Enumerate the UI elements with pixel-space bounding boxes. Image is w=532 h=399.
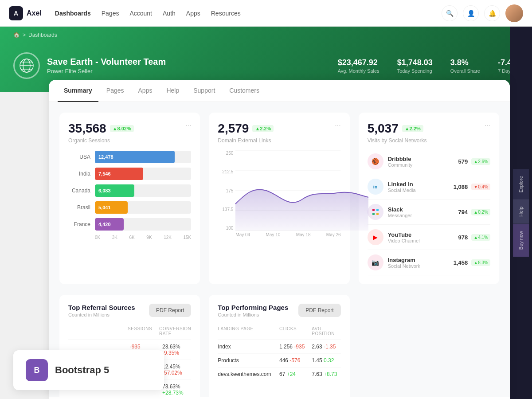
- bar-track-2: 6,083: [95, 184, 191, 197]
- bar-track-3: 5,041: [95, 201, 191, 214]
- line-chart: 250 212.5 175 137.5 100: [218, 151, 340, 239]
- referral-pdf-button[interactable]: PDF Report: [149, 304, 191, 317]
- more-button-1[interactable]: ···: [335, 121, 340, 129]
- youtube-change: ▲4.1%: [471, 234, 490, 241]
- social-item-instagram: 📷 Instagram Social Network 1,458 ▲8.3%: [368, 250, 490, 275]
- metric-social-networks: 5,037 ▲2.2% Visits by Social Networks ··…: [359, 113, 499, 284]
- metric-value-1: 2,579 ▲2.2%: [218, 121, 274, 136]
- hero-stats: $23,467.92 Avg. Monthly Sales $1,748.03 …: [338, 58, 519, 74]
- linkedin-change: ▼0.4%: [471, 184, 490, 190]
- hero-stat-value-2: 3.8%: [450, 58, 480, 67]
- bar-track-0: 12,478: [95, 151, 191, 163]
- referral-title: Top Referral Sources: [68, 304, 135, 311]
- logo[interactable]: A Axel: [9, 6, 42, 20]
- axis-0: 0K: [95, 235, 100, 240]
- tab-pages[interactable]: Pages: [100, 80, 130, 102]
- svg-rect-12: [372, 213, 375, 215]
- breadcrumb-text: Dashboards: [28, 32, 57, 38]
- help-side-button[interactable]: Help: [513, 200, 529, 224]
- performing-row-2: devs.keenthemes.com 67 +24 7.63 +8.73: [218, 368, 340, 381]
- hero-subtitle: Power Elite Seller: [47, 68, 166, 74]
- instagram-change: ▲8.3%: [471, 259, 490, 266]
- referral-subtitle: Counted in Millions: [68, 312, 135, 317]
- more-button-2[interactable]: ···: [485, 121, 490, 129]
- social-item-linkedin: in Linked In Social Media 1,088 ▼0.4%: [368, 174, 490, 200]
- bootstrap-text: Bootstrap 5: [55, 364, 109, 376]
- avatar-img: [505, 4, 523, 22]
- navbar: A Axel Dashboards Pages Account Auth App…: [0, 0, 532, 27]
- hero-stat-value-0: $23,467.92: [338, 58, 379, 67]
- dribbble-icon: 🏀: [368, 153, 383, 169]
- bar-fill-0: 12,478: [95, 151, 175, 163]
- tab-support[interactable]: Support: [187, 80, 221, 102]
- bar-fill-1: 7,546: [95, 168, 143, 180]
- more-button-0[interactable]: ···: [185, 121, 191, 129]
- social-info-instagram: Instagram Social Network: [388, 257, 420, 269]
- bar-country-0: USA: [68, 154, 90, 160]
- social-item-slack: Slack Messanger 794 ▲0.2%: [368, 200, 490, 225]
- hero-stat-0: $23,467.92 Avg. Monthly Sales: [338, 58, 379, 74]
- tab-help[interactable]: Help: [160, 80, 185, 102]
- nav-pages[interactable]: Pages: [102, 10, 119, 17]
- performing-pdf-button[interactable]: PDF Report: [298, 304, 340, 317]
- hero-stat-label-2: Overall Share: [450, 68, 480, 74]
- nav-dashboards[interactable]: Dashboards: [55, 10, 91, 17]
- slack-change: ▲0.2%: [471, 209, 490, 215]
- logo-text: Axel: [27, 9, 42, 17]
- bar-row-usa: USA 12,478: [68, 151, 191, 163]
- svg-rect-10: [372, 209, 375, 211]
- line-chart-svg: [235, 151, 340, 231]
- instagram-icon: 📷: [368, 254, 383, 270]
- bar-track-1: 7,546: [95, 168, 191, 180]
- avatar[interactable]: [505, 4, 523, 22]
- nav-auth[interactable]: Auth: [163, 10, 176, 17]
- bar-country-2: Canada: [68, 188, 90, 194]
- bar-country-4: France: [68, 221, 90, 227]
- nav-links: Dashboards Pages Account Auth Apps Resou…: [55, 10, 442, 17]
- bar-country-1: India: [68, 171, 90, 177]
- social-info-youtube: YouTube Video Channel: [388, 231, 420, 243]
- metric-value-0: 35,568 ▲8.02%: [68, 121, 134, 136]
- nav-apps[interactable]: Apps: [186, 10, 200, 17]
- explore-button[interactable]: Explore: [513, 169, 529, 200]
- nav-resources[interactable]: Resources: [211, 10, 241, 17]
- metric-badge-2: ▲2.2%: [402, 125, 423, 132]
- axis-5: 15K: [183, 235, 191, 240]
- linkedin-icon: in: [368, 179, 383, 195]
- tab-customers[interactable]: Customers: [223, 80, 266, 102]
- metric-badge-0: ▲8.02%: [110, 125, 134, 132]
- metrics-row: 35,568 ▲8.02% Organic Sessions ··· USA 1…: [59, 113, 499, 284]
- logo-icon: A: [9, 6, 23, 20]
- hero-title: Save Earth - Volunteer Team: [47, 57, 166, 67]
- search-button[interactable]: 🔍: [442, 5, 458, 21]
- svg-rect-11: [376, 209, 379, 211]
- buy-now-button[interactable]: Buy now: [513, 224, 529, 257]
- axis-4: 12K: [164, 235, 172, 240]
- performing-subtitle: Counted in Millions: [218, 312, 288, 317]
- hero-stat-2: 3.8% Overall Share: [450, 58, 480, 74]
- metric-label-1: Domain External Links: [218, 137, 274, 144]
- breadcrumb-sep: >: [23, 32, 26, 38]
- tab-summary[interactable]: Summary: [58, 80, 98, 102]
- axis-1: 3K: [112, 235, 117, 240]
- bar-row-brasil: Brasil 5,041: [68, 201, 191, 214]
- performing-row-0: Index 1,256 -935 2.63 -1.35: [218, 340, 340, 354]
- bar-track-4: 4,420: [95, 218, 191, 231]
- tab-apps[interactable]: Apps: [132, 80, 159, 102]
- empty-card: [359, 295, 499, 397]
- hero-stat-label-0: Avg. Monthly Sales: [338, 68, 379, 74]
- social-item-dribbble: 🏀 Dribbble Community 579 ▲2.6%: [368, 149, 490, 174]
- hero-stat-label-1: Today Spending: [397, 68, 433, 74]
- notifications-button[interactable]: 🔔: [484, 5, 500, 21]
- performing-pages-card: Top Performing Pages Counted in Millions…: [209, 295, 349, 397]
- x-axis: May 04 May 10 May 18 May 26: [235, 232, 340, 237]
- breadcrumb-home-icon: 🏠: [13, 32, 20, 38]
- youtube-icon: ▶: [368, 229, 383, 245]
- profile-button[interactable]: 👤: [463, 5, 479, 21]
- right-panel: Explore Help Buy now: [510, 27, 532, 399]
- hero-stat-1: $1,748.03 Today Spending: [397, 58, 433, 74]
- nav-account[interactable]: Account: [129, 10, 152, 17]
- bar-row-france: France 4,420: [68, 218, 191, 231]
- bar-fill-3: 5,041: [95, 201, 128, 214]
- bootstrap-card: B Bootstrap 5: [13, 350, 164, 390]
